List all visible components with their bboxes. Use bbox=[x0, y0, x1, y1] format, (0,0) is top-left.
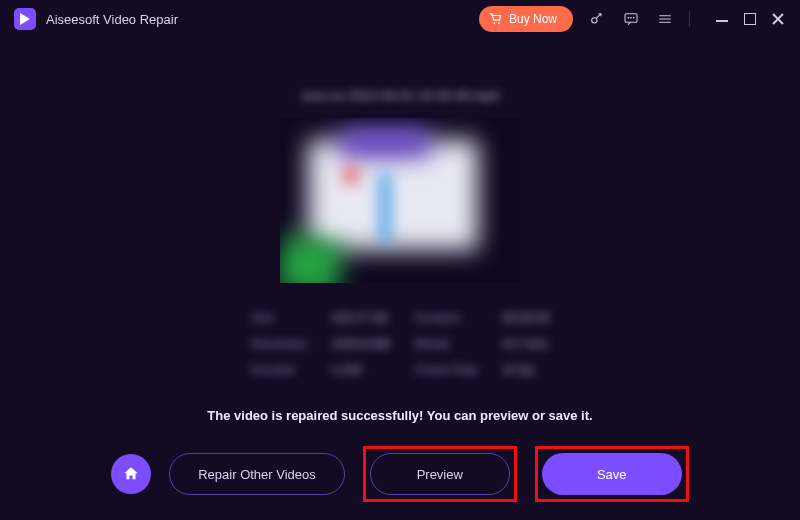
highlight-box-preview: Preview bbox=[363, 446, 517, 502]
home-button[interactable] bbox=[111, 454, 151, 494]
highlight-box-save: Save bbox=[535, 446, 689, 502]
window-controls bbox=[702, 11, 786, 27]
feedback-icon[interactable] bbox=[621, 9, 641, 29]
preview-button[interactable]: Preview bbox=[370, 453, 510, 495]
svg-point-1 bbox=[498, 22, 500, 24]
repair-other-videos-button[interactable]: Repair Other Videos bbox=[169, 453, 345, 495]
video-metadata: Size429.27 KBDuration00:00:09 Resolution… bbox=[0, 300, 800, 388]
cart-icon bbox=[489, 12, 503, 26]
file-name: xxxx-xx 2022-04-01 10-33-40.mp4 bbox=[0, 88, 800, 103]
video-preview-thumbnail bbox=[280, 118, 520, 283]
app-logo-icon bbox=[14, 8, 36, 30]
close-icon[interactable] bbox=[770, 11, 786, 27]
app-title: Aiseesoft Video Repair bbox=[46, 12, 178, 27]
save-button[interactable]: Save bbox=[542, 453, 682, 495]
maximize-icon[interactable] bbox=[742, 11, 758, 27]
home-icon bbox=[122, 465, 140, 483]
buy-now-label: Buy Now bbox=[509, 12, 557, 26]
title-bar: Aiseesoft Video Repair Buy Now bbox=[0, 0, 800, 38]
buy-now-button[interactable]: Buy Now bbox=[479, 6, 573, 32]
action-bar: Repair Other Videos Preview Save bbox=[0, 446, 800, 502]
separator bbox=[689, 11, 690, 27]
svg-point-0 bbox=[493, 22, 495, 24]
minimize-icon[interactable] bbox=[714, 11, 730, 27]
status-message: The video is repaired successfully! You … bbox=[0, 408, 800, 423]
menu-icon[interactable] bbox=[655, 9, 675, 29]
key-icon[interactable] bbox=[587, 9, 607, 29]
